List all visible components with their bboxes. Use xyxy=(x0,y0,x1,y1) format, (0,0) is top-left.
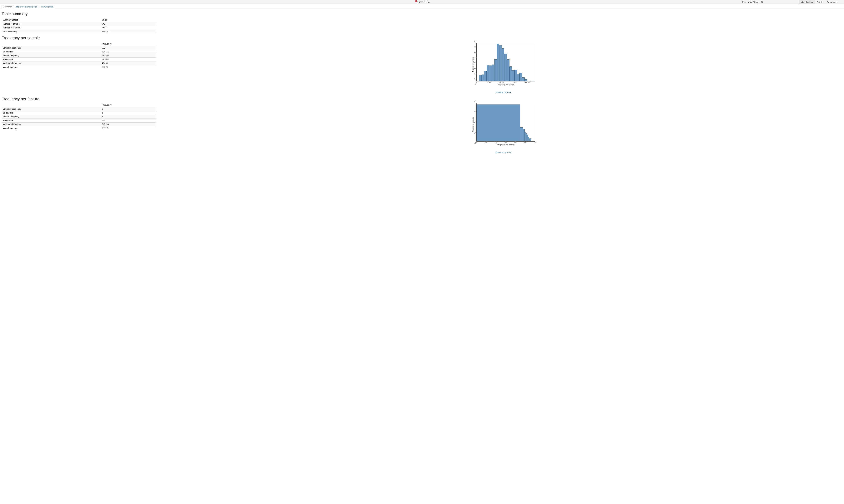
chart2-plot-area xyxy=(477,103,535,142)
col-statistic: Summary Statistic xyxy=(2,18,101,22)
subtab-feature-detail[interactable]: Feature Detail xyxy=(39,5,55,8)
histogram-bar xyxy=(527,81,530,81)
file-name: table (5).qzv xyxy=(748,1,759,3)
tab-label: Provenance xyxy=(827,1,838,3)
chart-freq-per-sample: Number of samples 01020304050607080 010,… xyxy=(471,43,535,86)
tab-provenance[interactable]: Provenance xyxy=(825,0,840,4)
section-title-summary: Table summary xyxy=(2,12,156,16)
logo-bug-icon: 🐞 xyxy=(415,0,417,2)
subtab-label: Interactive Sample Detail xyxy=(16,6,37,8)
histogram-bar xyxy=(517,74,519,81)
histogram-bar xyxy=(520,127,523,141)
tab-visualization[interactable]: Visualization xyxy=(799,0,815,4)
table-row: Mean frequency1,171.3 xyxy=(2,126,156,130)
table-row: Minimum frequency1 xyxy=(2,107,156,111)
histogram-bar xyxy=(497,43,499,81)
chart2-yticks: 100101102103104 xyxy=(472,103,476,146)
close-icon[interactable]: ✕ xyxy=(761,1,763,4)
histogram-bar xyxy=(487,65,489,81)
table-row: Number of samples576 xyxy=(2,22,156,26)
logo-view: view xyxy=(426,1,430,3)
histogram-bar xyxy=(492,65,494,81)
histogram-bar xyxy=(507,59,510,81)
download-pdf-link[interactable]: Download as PDF xyxy=(496,151,511,154)
table-row: Maximum frequency45,863 xyxy=(2,61,156,65)
table-row: 3rd quartile18 xyxy=(2,119,156,123)
histogram-bar xyxy=(479,75,482,81)
col-frequency: Frequency xyxy=(101,42,156,46)
content: Table summary Summary Statistic Value Nu… xyxy=(0,8,844,169)
left-column: Table summary Summary Statistic Value Nu… xyxy=(2,10,156,163)
tab-label: Details xyxy=(817,1,823,3)
chart2-xlabel: Frequency per feature xyxy=(477,144,535,146)
table-row: Number of features7,657 xyxy=(2,26,156,30)
tab-details[interactable]: Details xyxy=(815,0,825,4)
file-prefix: File: xyxy=(742,1,746,3)
chart1-xlabel: Frequency per sample xyxy=(477,84,535,86)
histogram-bar xyxy=(510,67,512,81)
col-value: Value xyxy=(101,18,156,22)
download-pdf-link[interactable]: Download as PDF xyxy=(496,91,511,93)
histogram-bar xyxy=(494,59,497,81)
right-column: Number of samples 01020304050607080 010,… xyxy=(164,10,842,163)
histogram-bar xyxy=(484,71,487,81)
table-row: 3rd quartile19,904.8 xyxy=(2,58,156,61)
section-title-freq-feature: Frequency per feature xyxy=(2,97,156,101)
histogram-bar xyxy=(502,49,504,81)
section-title-freq-sample: Frequency per sample xyxy=(2,36,156,40)
table-freq-sample: Frequency Minimum frequency566 1st quart… xyxy=(2,42,156,69)
histogram-bar xyxy=(522,77,525,81)
histogram-bar xyxy=(482,74,484,81)
app-header: 🐞 q iime 2 view File: table (5).qzv ✕ Vi… xyxy=(0,0,844,4)
subtab-interactive-sample-detail[interactable]: Interactive Sample Detail xyxy=(14,5,39,8)
chart-freq-per-feature: Number of features 100101102103104 10010… xyxy=(471,103,535,146)
histogram-bar xyxy=(523,129,525,141)
histogram-bar xyxy=(515,70,517,81)
histogram-bar xyxy=(477,105,520,141)
table-freq-feature: Frequency Minimum frequency1 1st quartil… xyxy=(2,103,156,130)
subtabs: Overview Interactive Sample Detail Featu… xyxy=(0,4,844,8)
table-row: Median frequency15,130.5 xyxy=(2,54,156,58)
logo-mid: iime xyxy=(418,1,424,4)
header-tabs: Visualization Details Provenance xyxy=(799,0,840,4)
table-row: Total frequency8,968,322 xyxy=(2,30,156,34)
table-summary: Summary Statistic Value Number of sample… xyxy=(2,18,156,33)
chart1-yticks: 01020304050607080 xyxy=(472,43,476,86)
histogram-bar xyxy=(525,79,527,81)
histogram-bar xyxy=(504,54,507,81)
logo: 🐞 q iime 2 view xyxy=(414,0,430,4)
col-frequency: Frequency xyxy=(101,103,156,107)
subtab-label: Feature Detail xyxy=(41,6,53,8)
table-row: 1st quartile10,911.2 xyxy=(2,50,156,54)
histogram-bar xyxy=(519,73,522,81)
table-row: 1st quartile2 xyxy=(2,111,156,115)
chart1-xticks: 010,00020,00030,00040,000 xyxy=(477,82,535,83)
tab-label: Visualization xyxy=(801,1,813,3)
chart2-xticks: 100101102103104105106 xyxy=(477,142,535,143)
subtab-overview[interactable]: Overview xyxy=(2,5,14,8)
file-label: File: table (5).qzv ✕ xyxy=(742,1,763,4)
logo-2: 2 xyxy=(424,0,426,4)
table-row: Median frequency3 xyxy=(2,115,156,119)
chart1-plot-area xyxy=(477,43,535,82)
subtab-label: Overview xyxy=(4,5,12,8)
histogram-bar xyxy=(512,70,515,81)
histogram-bar xyxy=(532,81,535,81)
table-row: Minimum frequency566 xyxy=(2,46,156,50)
histogram-bar xyxy=(530,139,531,141)
table-row: Maximum frequency719,299 xyxy=(2,123,156,126)
table-row: Mean frequency15,570 xyxy=(2,65,156,69)
histogram-bar xyxy=(489,66,492,81)
histogram-bar xyxy=(499,45,502,81)
